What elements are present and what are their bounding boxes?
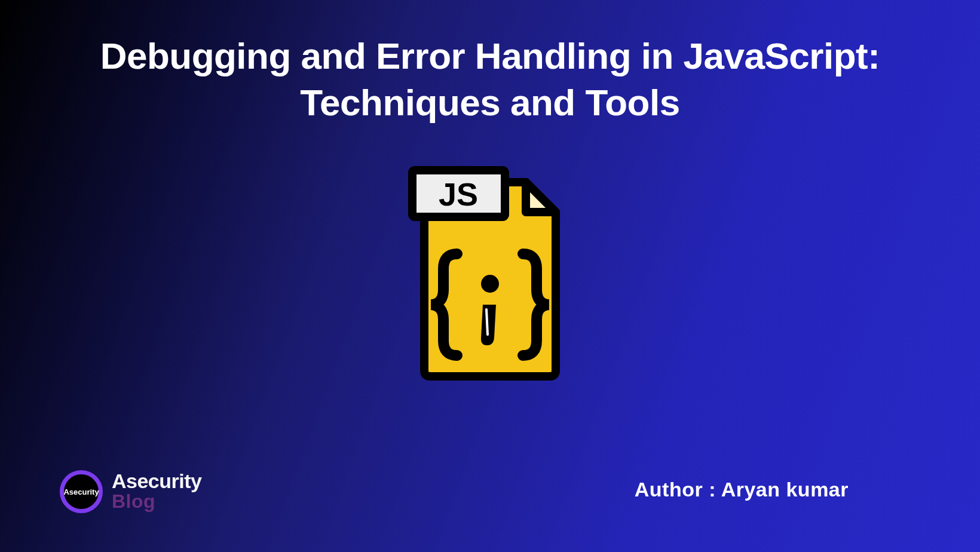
logo-circle-icon: Asecurity (60, 470, 103, 513)
js-file-icon-container: JS (406, 155, 574, 385)
js-label-text: JS (439, 176, 478, 212)
page-title: Debugging and Error Handling in JavaScri… (0, 0, 980, 125)
logo-circle-text: Asecurity (63, 487, 99, 496)
logo-subtitle: Blog (112, 491, 201, 512)
logo-brand-name: Asecurity (112, 471, 201, 491)
brand-logo: Asecurity Asecurity Blog (60, 470, 201, 513)
svg-point-1 (481, 275, 499, 293)
author-credit: Author : Aryan kumar (635, 478, 849, 501)
logo-text-block: Asecurity Blog (112, 471, 201, 512)
js-file-icon: JS (406, 155, 574, 382)
